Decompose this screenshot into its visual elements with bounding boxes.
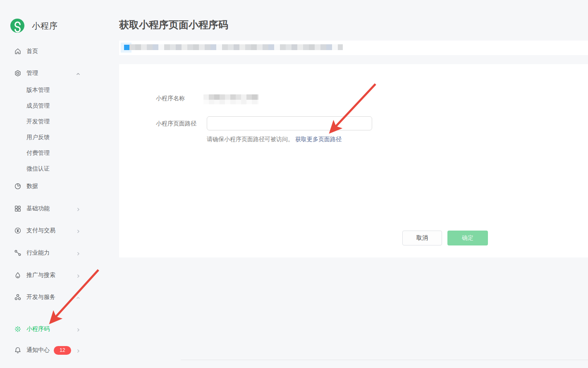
get-more-paths-link[interactable]: 获取更多页面路径 xyxy=(295,136,342,142)
pie-chart-icon xyxy=(14,183,22,190)
sidebar-subitem-dev-management[interactable]: 开发管理 xyxy=(26,117,109,127)
sidebar-item-mini-program-code[interactable]: 小程序码 xyxy=(0,323,119,335)
sidebar-item-label: 通知中心 xyxy=(26,346,50,354)
sidebar-item-label: 支付与交易 xyxy=(26,227,55,234)
confirm-button[interactable]: 确定 xyxy=(447,231,488,245)
path-helper: 请确保小程序页面路径可被访问。 获取更多页面路径 xyxy=(207,136,342,143)
sidebar-item-label: 数据 xyxy=(26,183,38,190)
chevron-right-icon xyxy=(76,206,81,211)
app-window: 小程序 首页 管理 版本管理 成员管理 xyxy=(0,0,588,368)
flame-icon xyxy=(14,272,22,279)
sidebar-item-label: 小程序码 xyxy=(26,325,50,333)
sidebar-subitem-wechat-verification[interactable]: 微信认证 xyxy=(26,164,109,174)
sidebar-subitem-label: 付费管理 xyxy=(26,149,50,157)
sidebar-subitem-version-management[interactable]: 版本管理 xyxy=(26,85,109,95)
brand-title: 小程序 xyxy=(32,20,58,31)
page-title: 获取小程序页面小程序码 xyxy=(119,18,228,31)
sidebar-subitem-member-management[interactable]: 成员管理 xyxy=(26,101,109,111)
footer-divider xyxy=(181,360,588,360)
sidebar-item-label: 开发与服务 xyxy=(26,293,55,301)
redacted-mini-program-name-shadow xyxy=(203,100,258,104)
sidebar-subitem-label: 开发管理 xyxy=(26,118,50,125)
sidebar-subitem-label: 版本管理 xyxy=(26,87,50,94)
sidebar-item-notification-center[interactable]: 通知中心 12 xyxy=(0,344,119,356)
sidebar-item-label: 基础功能 xyxy=(26,205,50,212)
industry-nodes-icon xyxy=(14,249,22,257)
sidebar-item-dev-services[interactable]: 开发与服务 xyxy=(0,291,119,303)
sidebar-item-label: 首页 xyxy=(26,48,38,55)
name-label: 小程序名称 xyxy=(156,95,185,102)
redacted-breadcrumb-avatar xyxy=(124,45,129,50)
path-helper-text: 请确保小程序页面路径可被访问。 xyxy=(207,136,294,142)
mini-program-code-icon xyxy=(14,325,22,333)
chevron-right-icon xyxy=(76,348,81,353)
sidebar-subitem-label: 用户反馈 xyxy=(26,134,50,141)
sidebar-item-promotion-search[interactable]: 推广与搜索 xyxy=(0,269,119,281)
home-icon xyxy=(14,48,22,55)
chevron-right-icon xyxy=(76,273,81,278)
management-icon xyxy=(14,70,22,77)
chevron-up-icon xyxy=(76,295,81,300)
chevron-right-icon xyxy=(76,327,81,332)
components-grid-icon xyxy=(14,205,22,212)
chevron-right-icon xyxy=(76,228,81,233)
sidebar-item-label: 推广与搜索 xyxy=(26,272,55,279)
cancel-button[interactable]: 取消 xyxy=(402,231,442,245)
sidebar-item-payment-trade[interactable]: 支付与交易 xyxy=(0,225,119,236)
sidebar-item-label: 行业能力 xyxy=(26,249,50,257)
sidebar-subitem-label: 成员管理 xyxy=(26,102,50,110)
chevron-up-icon xyxy=(76,71,81,76)
bell-icon xyxy=(14,346,22,354)
page-path-input[interactable] xyxy=(207,116,372,130)
redacted-mini-program-name xyxy=(203,94,258,100)
mini-program-logo-icon xyxy=(10,19,24,33)
sidebar-item-home[interactable]: 首页 xyxy=(0,46,119,57)
cluster-circles-icon xyxy=(14,293,22,301)
sidebar-item-label: 管理 xyxy=(26,70,38,77)
yen-circle-icon xyxy=(14,227,22,234)
sidebar-item-data[interactable]: 数据 xyxy=(0,180,119,192)
path-label: 小程序页面路径 xyxy=(156,120,196,127)
form-panel xyxy=(119,64,588,257)
sidebar-subitem-user-feedback[interactable]: 用户反馈 xyxy=(26,132,109,142)
sidebar-item-basic-features[interactable]: 基础功能 xyxy=(0,203,119,214)
redacted-breadcrumb-text xyxy=(129,44,343,50)
sidebar: 小程序 首页 管理 版本管理 成员管理 xyxy=(0,0,119,368)
brand: 小程序 xyxy=(10,19,58,33)
sidebar-subitem-label: 微信认证 xyxy=(26,165,50,173)
sidebar-item-industry-capability[interactable]: 行业能力 xyxy=(0,247,119,259)
sidebar-item-management[interactable]: 管理 xyxy=(0,67,119,79)
chevron-right-icon xyxy=(76,250,81,255)
notification-count-badge: 12 xyxy=(54,346,71,355)
sidebar-subitem-payment-management[interactable]: 付费管理 xyxy=(26,148,109,158)
